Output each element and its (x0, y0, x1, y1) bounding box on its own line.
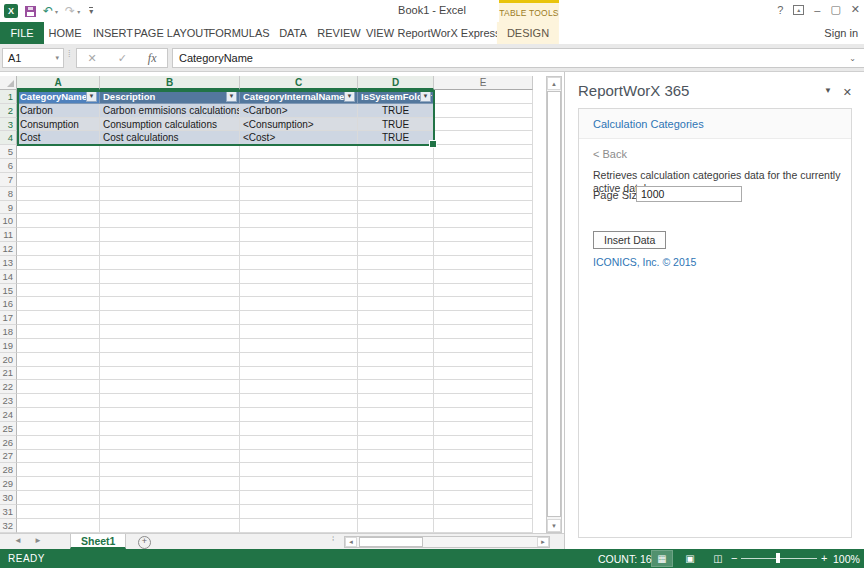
cell-E15[interactable] (434, 284, 533, 298)
cell-E27[interactable] (434, 450, 533, 464)
cell-D19[interactable] (358, 339, 434, 353)
cell-D13[interactable] (358, 256, 434, 270)
row-header-11[interactable]: 11 (0, 228, 17, 242)
cell-C11[interactable] (240, 228, 358, 242)
cell-B18[interactable] (100, 325, 240, 339)
row-header-21[interactable]: 21 (0, 367, 17, 381)
cell-E2[interactable] (434, 104, 533, 118)
cell-E30[interactable] (434, 491, 533, 505)
cell-E29[interactable] (434, 477, 533, 491)
row-header-4[interactable]: 4 (0, 131, 17, 145)
cell-C8[interactable] (240, 187, 358, 201)
cell-E22[interactable] (434, 380, 533, 394)
cell-D11[interactable] (358, 228, 434, 242)
cell-A30[interactable] (17, 491, 100, 505)
cell-E5[interactable] (434, 145, 533, 159)
cell-A13[interactable] (17, 256, 100, 270)
cell-C6[interactable] (240, 159, 358, 173)
cell-E20[interactable] (434, 353, 533, 367)
row-header-8[interactable]: 8 (0, 187, 17, 201)
cell-E25[interactable] (434, 422, 533, 436)
section-title-link[interactable]: Calculation Categories (593, 118, 704, 130)
cell-A5[interactable] (17, 145, 100, 159)
ribbon-tab-data[interactable]: DATA (273, 22, 313, 44)
cell-B1[interactable]: Description▼ (100, 90, 240, 104)
scroll-up-icon[interactable]: ▲ (547, 77, 561, 90)
cell-E19[interactable] (434, 339, 533, 353)
copyright-link[interactable]: ICONICS, Inc. © 2015 (593, 256, 696, 268)
cell-A20[interactable] (17, 353, 100, 367)
cell-D17[interactable] (358, 311, 434, 325)
cell-E13[interactable] (434, 256, 533, 270)
cell-A10[interactable] (17, 214, 100, 228)
cell-B22[interactable] (100, 380, 240, 394)
cell-C15[interactable] (240, 284, 358, 298)
cell-E31[interactable] (434, 505, 533, 519)
scroll-right-icon[interactable]: ► (537, 537, 549, 547)
cell-D32[interactable] (358, 519, 434, 533)
cell-C27[interactable] (240, 450, 358, 464)
ribbon-tab-home[interactable]: HOME (43, 22, 88, 44)
cell-B8[interactable] (100, 187, 240, 201)
filter-dropdown-icon-B1[interactable]: ▼ (226, 91, 237, 102)
cell-D4[interactable]: TRUE (358, 131, 434, 145)
cell-C13[interactable] (240, 256, 358, 270)
cell-A4[interactable]: Cost (17, 131, 100, 145)
row-header-29[interactable]: 29 (0, 477, 17, 491)
cell-C32[interactable] (240, 519, 358, 533)
cell-A19[interactable] (17, 339, 100, 353)
cell-B17[interactable] (100, 311, 240, 325)
row-header-16[interactable]: 16 (0, 297, 17, 311)
cell-D16[interactable] (358, 297, 434, 311)
cell-A24[interactable] (17, 408, 100, 422)
cell-D24[interactable] (358, 408, 434, 422)
page-layout-view-icon[interactable]: ▣ (680, 551, 700, 566)
row-header-24[interactable]: 24 (0, 408, 17, 422)
row-header-32[interactable]: 32 (0, 519, 17, 533)
cell-B21[interactable] (100, 367, 240, 381)
cell-C10[interactable] (240, 214, 358, 228)
cell-D29[interactable] (358, 477, 434, 491)
filter-dropdown-icon-A1[interactable]: ▼ (86, 91, 97, 102)
cell-D9[interactable] (358, 201, 434, 215)
name-box-dropdown-icon[interactable]: ▾ (55, 54, 59, 62)
row-header-2[interactable]: 2 (0, 104, 17, 118)
cell-C7[interactable] (240, 173, 358, 187)
cell-E7[interactable] (434, 173, 533, 187)
cell-C12[interactable] (240, 242, 358, 256)
column-header-E[interactable]: E (434, 76, 533, 90)
row-header-10[interactable]: 10 (0, 214, 17, 228)
cell-A32[interactable] (17, 519, 100, 533)
cell-B3[interactable]: Consumption calculations (100, 118, 240, 132)
maximize-icon[interactable]: ▢ (830, 3, 840, 16)
cell-A2[interactable]: Carbon (17, 104, 100, 118)
ribbon-tab-review[interactable]: REVIEW (311, 22, 366, 44)
cell-A11[interactable] (17, 228, 100, 242)
horizontal-scrollbar[interactable]: ◄ ► (344, 536, 550, 548)
cell-A31[interactable] (17, 505, 100, 519)
cell-B20[interactable] (100, 353, 240, 367)
normal-view-icon[interactable]: ▦ (652, 551, 672, 566)
cell-E1[interactable] (434, 90, 533, 104)
column-header-A[interactable]: A (17, 76, 100, 90)
cell-B14[interactable] (100, 270, 240, 284)
select-all-corner[interactable] (0, 76, 17, 90)
column-header-D[interactable]: D (358, 76, 434, 90)
cell-A22[interactable] (17, 380, 100, 394)
cell-E26[interactable] (434, 436, 533, 450)
formula-bar-expand-icon[interactable]: ⌄ (849, 54, 856, 63)
cell-C18[interactable] (240, 325, 358, 339)
cell-B28[interactable] (100, 463, 240, 477)
cell-E24[interactable] (434, 408, 533, 422)
ribbon-tab-design[interactable]: DESIGN (497, 22, 559, 44)
cell-D15[interactable] (358, 284, 434, 298)
row-header-5[interactable]: 5 (0, 145, 17, 159)
row-header-23[interactable]: 23 (0, 394, 17, 408)
cell-A7[interactable] (17, 173, 100, 187)
cell-B9[interactable] (100, 201, 240, 215)
cell-E21[interactable] (434, 367, 533, 381)
row-header-25[interactable]: 25 (0, 422, 17, 436)
cell-E3[interactable] (434, 118, 533, 132)
cell-C20[interactable] (240, 353, 358, 367)
cell-B19[interactable] (100, 339, 240, 353)
